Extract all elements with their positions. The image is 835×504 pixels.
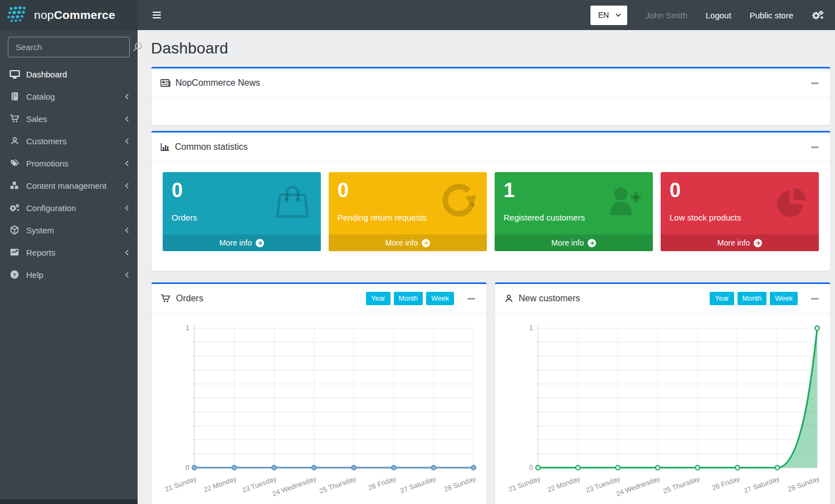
sidebar-item-customers[interactable]: Customers bbox=[0, 130, 138, 152]
sidebar-item-content-management[interactable]: Content management bbox=[0, 174, 138, 197]
brand-logo: nopCommerce bbox=[0, 0, 138, 30]
week-button[interactable]: Week bbox=[770, 292, 798, 305]
orders-chart-panel: Orders Year Month Week 1021 Sunday22 Mon… bbox=[151, 282, 487, 504]
statistics-panel-header: Common statistics bbox=[152, 133, 830, 162]
chevron-left-icon bbox=[125, 183, 129, 189]
collapse-minus-icon[interactable] bbox=[809, 141, 821, 153]
sidebar-item-dashboard[interactable]: Dashboard bbox=[0, 63, 138, 85]
svg-text:26 Friday: 26 Friday bbox=[711, 474, 741, 492]
news-panel: NopCommerce News bbox=[151, 67, 831, 125]
chevron-left-icon bbox=[125, 227, 129, 233]
question-circle-icon: ? bbox=[8, 270, 21, 280]
public-store-link[interactable]: Public store bbox=[750, 11, 793, 20]
chevron-left-icon bbox=[125, 249, 129, 256]
orders-chart-header: Orders Year Month Week bbox=[152, 284, 486, 314]
arrow-circle-right-icon bbox=[256, 239, 264, 247]
svg-text:26 Friday: 26 Friday bbox=[367, 474, 397, 492]
sidebar-item-label: Catalog bbox=[26, 92, 55, 101]
year-button[interactable]: Year bbox=[710, 292, 734, 305]
chevron-left-icon bbox=[125, 116, 129, 122]
more-info-link[interactable]: More info bbox=[495, 234, 653, 251]
sidebar-item-label: System bbox=[26, 226, 54, 235]
shopping-cart-icon bbox=[160, 293, 171, 304]
new-customers-chart-controls: Year Month Week bbox=[710, 292, 821, 305]
app-window: nopCommerce EN John Smith Logout Public … bbox=[0, 0, 835, 504]
sidebar-nav: Dashboard Catalog Sales Customers Promot… bbox=[0, 63, 138, 286]
svg-text:28 Sunday: 28 Sunday bbox=[787, 474, 821, 493]
arrow-circle-right-icon bbox=[588, 239, 596, 247]
more-info-link[interactable]: More info bbox=[163, 234, 321, 251]
user-icon bbox=[504, 293, 514, 304]
more-info-link[interactable]: More info bbox=[329, 234, 487, 251]
chevron-left-icon bbox=[125, 272, 129, 278]
sidebar-item-label: Dashboard bbox=[26, 70, 67, 79]
user-plus-icon bbox=[603, 181, 645, 219]
stat-box-pending-returns: 0 Pending return requests More info bbox=[329, 172, 487, 251]
svg-text:24 Wednesday: 24 Wednesday bbox=[271, 474, 318, 498]
page-title: Dashboard bbox=[151, 40, 831, 57]
settings-gears-icon[interactable] bbox=[812, 9, 824, 21]
user-name: John Smith bbox=[646, 11, 687, 20]
month-button[interactable]: Month bbox=[738, 292, 767, 305]
topbar-right: EN John Smith Logout Public store bbox=[590, 6, 824, 25]
arrow-circle-right-icon bbox=[754, 239, 762, 247]
orders-chart-title: Orders bbox=[176, 293, 203, 304]
month-button[interactable]: Month bbox=[394, 292, 423, 305]
bar-chart-icon bbox=[160, 143, 170, 151]
shopping-bag-icon bbox=[272, 181, 313, 219]
sidebar-item-catalog[interactable]: Catalog bbox=[0, 85, 138, 107]
more-info-label: More info bbox=[551, 238, 584, 247]
svg-text:1: 1 bbox=[185, 324, 189, 332]
user-icon bbox=[8, 136, 21, 146]
sidebar-item-configuration[interactable]: Configuration bbox=[0, 197, 138, 219]
logout-link[interactable]: Logout bbox=[706, 11, 731, 20]
collapse-minus-icon[interactable] bbox=[465, 292, 477, 305]
year-button[interactable]: Year bbox=[366, 292, 390, 305]
newspaper-icon bbox=[160, 79, 170, 87]
chevron-left-icon bbox=[125, 160, 129, 167]
orders-chart-body: 1021 Sunday22 Monday23 Tuesday24 Wednesd… bbox=[152, 314, 486, 503]
statistics-body: 0 Orders More info 0 Pending return bbox=[152, 162, 830, 271]
cubes-icon bbox=[8, 180, 21, 190]
news-panel-body bbox=[152, 98, 830, 125]
svg-text:25 Thursday: 25 Thursday bbox=[662, 474, 701, 495]
search-button[interactable] bbox=[130, 42, 149, 52]
orders-chart-controls: Year Month Week bbox=[366, 292, 477, 305]
more-info-link[interactable]: More info bbox=[661, 234, 819, 251]
charts-row: Orders Year Month Week 1021 Sunday22 Mon… bbox=[151, 282, 831, 504]
sidebar-item-label: Sales bbox=[26, 114, 47, 124]
sidebar-item-label: Configuration bbox=[26, 203, 76, 213]
svg-text:21 Sunday: 21 Sunday bbox=[164, 474, 198, 493]
sidebar-item-sales[interactable]: Sales bbox=[0, 107, 138, 130]
svg-text:22 Monday: 22 Monday bbox=[203, 474, 238, 494]
sidebar-item-label: Promotions bbox=[26, 159, 69, 168]
sidebar-item-reports[interactable]: Reports bbox=[0, 241, 138, 263]
sidebar-item-promotions[interactable]: Promotions bbox=[0, 152, 138, 174]
cube-icon bbox=[8, 225, 21, 235]
week-button[interactable]: Week bbox=[426, 292, 454, 305]
shopping-cart-icon bbox=[8, 114, 21, 124]
sidebar-search bbox=[8, 37, 130, 57]
gears-icon bbox=[8, 203, 21, 213]
orders-line-chart: 1021 Sunday22 Monday23 Tuesday24 Wednesd… bbox=[152, 314, 486, 503]
language-select[interactable]: EN bbox=[590, 6, 627, 25]
collapse-minus-icon[interactable] bbox=[809, 292, 821, 305]
chevron-left-icon bbox=[125, 205, 129, 211]
sidebar-item-label: Content management bbox=[26, 181, 106, 190]
svg-text:1: 1 bbox=[529, 324, 533, 332]
more-info-label: More info bbox=[219, 238, 252, 247]
sidebar-item-system[interactable]: System bbox=[0, 219, 138, 241]
sidebar-toggle-icon[interactable] bbox=[150, 8, 163, 22]
svg-text:0: 0 bbox=[529, 464, 533, 472]
more-info-label: More info bbox=[717, 238, 750, 247]
sidebar-item-label: Customers bbox=[26, 136, 67, 146]
topbar-main: EN John Smith Logout Public store bbox=[138, 0, 835, 30]
collapse-minus-icon[interactable] bbox=[809, 77, 821, 89]
sidebar-item-label: Help bbox=[26, 270, 43, 280]
sidebar-item-help[interactable]: ? Help bbox=[0, 263, 138, 286]
search-input[interactable] bbox=[8, 42, 130, 52]
svg-text:24 Wednesday: 24 Wednesday bbox=[615, 474, 661, 498]
news-panel-header: NopCommerce News bbox=[152, 68, 830, 98]
topbar: nopCommerce EN John Smith Logout Public … bbox=[0, 0, 835, 30]
pie-chart-icon bbox=[771, 181, 811, 219]
